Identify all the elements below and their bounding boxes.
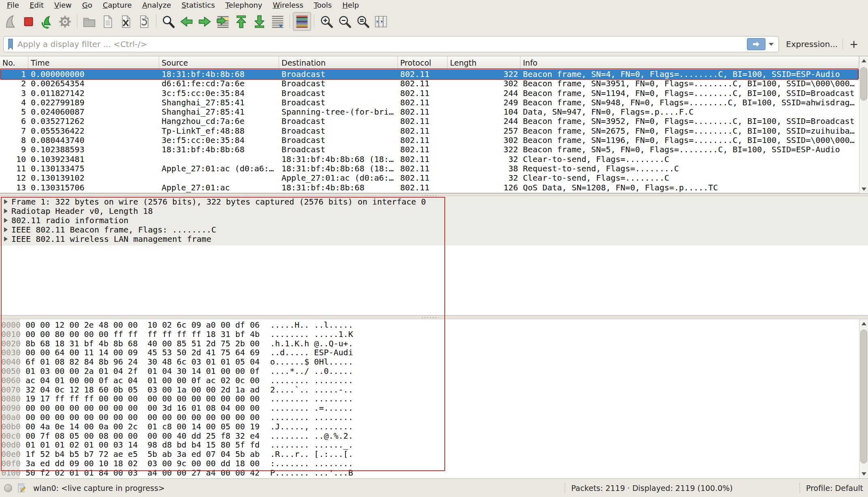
- hex-row[interactable]: 0080 19 17 ff ff ff 00 00 00 00 00 00 00…: [0, 394, 868, 403]
- hex-row[interactable]: 00c0 00 7f 08 05 00 08 00 00 00 00 40 dd…: [0, 431, 868, 441]
- detail-row[interactable]: IEEE 802.11 Beacon frame, Flags: .......…: [0, 225, 868, 235]
- hex-row[interactable]: 00e0 1f 52 b4 b5 b7 72 ae e5 5b ab 3a ed…: [0, 450, 868, 459]
- expression-button[interactable]: Expression...: [779, 39, 843, 49]
- go-back-button[interactable]: [177, 12, 196, 31]
- hex-row[interactable]: 00d0 01 01 01 02 01 00 03 14 98 d8 bd b4…: [0, 440, 868, 450]
- packet-row[interactable]: 5 0.024060087 Shanghai_27:85:41 Spanning…: [0, 107, 859, 117]
- go-to-packet-button[interactable]: [214, 12, 232, 31]
- menu-item[interactable]: Help: [337, 0, 364, 11]
- save-file-button[interactable]: [98, 12, 117, 31]
- column-header-length[interactable]: Length: [448, 56, 520, 69]
- profile-button[interactable]: Profile: Default: [806, 484, 868, 493]
- hex-row[interactable]: 00a0 00 00 00 00 00 00 00 00 00 00 00 00…: [0, 413, 868, 422]
- hex-row[interactable]: 0000 00 00 12 00 2e 48 00 00 10 02 6c 09…: [0, 320, 868, 330]
- column-header-time[interactable]: Time: [28, 56, 159, 69]
- hex-row[interactable]: 0020 8b 68 18 31 bf 4b 8b 68 40 00 85 51…: [0, 339, 868, 348]
- restart-capture-button[interactable]: [38, 12, 56, 31]
- detail-row[interactable]: IEEE 802.11 wireless LAN management fram…: [0, 235, 868, 244]
- close-file-button[interactable]: [117, 12, 135, 31]
- packet-row[interactable]: 9 0.102388593 18:31:bf:4b:8b:68 Broadcas…: [0, 145, 859, 154]
- packet-row[interactable]: 7 0.055536422 Tp-LinkT_ef:48:88 Broadcas…: [0, 126, 859, 136]
- detail-row[interactable]: Radiotap Header v0, Length 18: [0, 206, 868, 215]
- auto-scroll-button[interactable]: [269, 12, 287, 31]
- hex-row[interactable]: 0060 ac 04 01 00 00 0f ac 04 01 00 00 0f…: [0, 376, 868, 385]
- detail-row[interactable]: 802.11 radio information: [0, 215, 868, 225]
- column-header-no[interactable]: No.: [0, 56, 28, 69]
- display-filter-field[interactable]: [3, 36, 779, 52]
- colorize-packets-button[interactable]: [293, 12, 311, 31]
- menu-item[interactable]: Tools: [309, 0, 337, 11]
- packet-row[interactable]: 12 0.130139102 Apple_27:01:ac (d0:a6:… 8…: [0, 173, 859, 183]
- scrollbar-thumb[interactable]: [860, 67, 867, 100]
- scroll-up-button[interactable]: [859, 319, 868, 328]
- expander-arrow-icon[interactable]: [4, 199, 8, 204]
- packet-row[interactable]: 3 0.011827142 3c:f5:cc:0e:35:84 Broadcas…: [0, 89, 859, 98]
- pane-splitter[interactable]: ······: [0, 193, 868, 196]
- hex-row[interactable]: 0100 50 f2 02 01 01 84 00 03 a4 00 00 27…: [0, 468, 868, 478]
- packet-row[interactable]: 1 0.000000000 18:31:bf:4b:8b:68 Broadcas…: [0, 70, 859, 79]
- expander-arrow-icon[interactable]: [4, 218, 8, 223]
- display-filter-input[interactable]: [14, 39, 747, 49]
- menu-item[interactable]: View: [49, 0, 77, 11]
- scroll-down-button[interactable]: [859, 469, 868, 478]
- column-header-source[interactable]: Source: [159, 56, 279, 69]
- hex-row[interactable]: 0030 00 00 64 00 11 14 00 09 45 53 50 2d…: [0, 348, 868, 357]
- bookmark-icon[interactable]: [7, 38, 14, 50]
- menu-item[interactable]: Analyze: [137, 0, 176, 11]
- hex-offset: 00b0: [0, 422, 19, 431]
- scrollbar-thumb[interactable]: [860, 330, 867, 463]
- hex-row[interactable]: 0050 01 03 00 00 2a 01 04 2f 01 04 30 14…: [0, 367, 868, 376]
- expander-arrow-icon[interactable]: [4, 227, 8, 232]
- expander-arrow-icon[interactable]: [4, 209, 8, 213]
- menu-item[interactable]: Go: [77, 0, 98, 11]
- menu-item[interactable]: Capture: [98, 0, 137, 11]
- column-header-info[interactable]: Info: [520, 56, 859, 69]
- go-forward-button[interactable]: [196, 12, 214, 31]
- open-file-button[interactable]: [80, 12, 98, 31]
- apply-filter-button[interactable]: [747, 38, 766, 50]
- hex-row[interactable]: 00b0 00 4a 0e 14 00 0a 00 2c 01 c8 00 14…: [0, 422, 868, 431]
- menu-item[interactable]: Edit: [24, 0, 49, 11]
- zoom-reset-button[interactable]: [354, 12, 372, 31]
- capture-options-button[interactable]: [56, 12, 74, 31]
- hex-row[interactable]: 0090 00 00 00 00 00 00 00 00 00 3d 16 01…: [0, 403, 868, 413]
- capture-comment-button[interactable]: [17, 483, 26, 493]
- hex-row[interactable]: 0070 32 04 0c 12 18 60 0b 05 03 00 1a 00…: [0, 385, 868, 395]
- hex-row[interactable]: 0010 00 00 80 00 00 00 ff ff ff ff ff ff…: [0, 330, 868, 339]
- detail-row[interactable]: Frame 1: 322 bytes on wire (2576 bits), …: [0, 197, 868, 206]
- packet-row[interactable]: 10 0.103923481 18:31:bf:4b:8b:68 (18:… 8…: [0, 155, 859, 164]
- add-filter-button[interactable]: +: [843, 39, 865, 49]
- packet-row[interactable]: 13 0.130315706 Apple_27:01:ac 18:31:bf:4…: [0, 183, 859, 192]
- packet-row[interactable]: 4 0.022799189 Shanghai_27:85:41 Broadcas…: [0, 98, 859, 107]
- scroll-up-button[interactable]: [859, 56, 868, 65]
- find-packet-button[interactable]: [159, 12, 177, 31]
- menu-item[interactable]: Statistics: [176, 0, 220, 11]
- packet-row[interactable]: 2 0.002654354 d6:61:fe:cd:7a:6e Broadcas…: [0, 79, 859, 88]
- packet-row[interactable]: 11 0.130133475 Apple_27:01:ac (d0:a6:… 1…: [0, 164, 859, 173]
- zoom-out-button[interactable]: [335, 12, 354, 31]
- column-header-destination[interactable]: Destination: [279, 56, 398, 69]
- menu-item[interactable]: Telephony: [220, 0, 268, 11]
- expert-info-button[interactable]: [4, 484, 12, 492]
- hex-offset: 00a0: [0, 413, 19, 422]
- go-first-packet-button[interactable]: [232, 12, 250, 31]
- column-header-protocol[interactable]: Protocol: [398, 56, 448, 69]
- scroll-down-button[interactable]: [859, 185, 868, 194]
- resize-columns-button[interactable]: [372, 12, 390, 31]
- menu-item[interactable]: File: [2, 0, 24, 11]
- packet-list-scrollbar[interactable]: [859, 56, 868, 194]
- packet-row[interactable]: 8 0.080443740 3e:f5:cc:0e:35:84 Broadcas…: [0, 136, 859, 145]
- stop-capture-button[interactable]: [19, 12, 38, 31]
- reload-file-button[interactable]: [135, 12, 153, 31]
- hex-row[interactable]: 0040 6f 01 08 82 84 8b 96 24 30 48 6c 03…: [0, 357, 868, 367]
- expander-arrow-icon[interactable]: [4, 237, 8, 241]
- filter-dropdown-button[interactable]: [766, 38, 777, 50]
- zoom-in-button[interactable]: [317, 12, 335, 31]
- go-last-packet-button[interactable]: [250, 12, 269, 31]
- packet-row[interactable]: 6 0.035271262 Hangzhou_cd:7a:6e Broadcas…: [0, 117, 859, 126]
- hex-row[interactable]: 00f0 3a ed dd 09 00 10 18 02 03 00 9c 00…: [0, 459, 868, 468]
- hex-scrollbar[interactable]: [859, 319, 868, 478]
- menu-item[interactable]: Wireless: [268, 0, 309, 11]
- start-capture-button[interactable]: [1, 12, 19, 31]
- pane-splitter[interactable]: ······: [0, 315, 868, 319]
